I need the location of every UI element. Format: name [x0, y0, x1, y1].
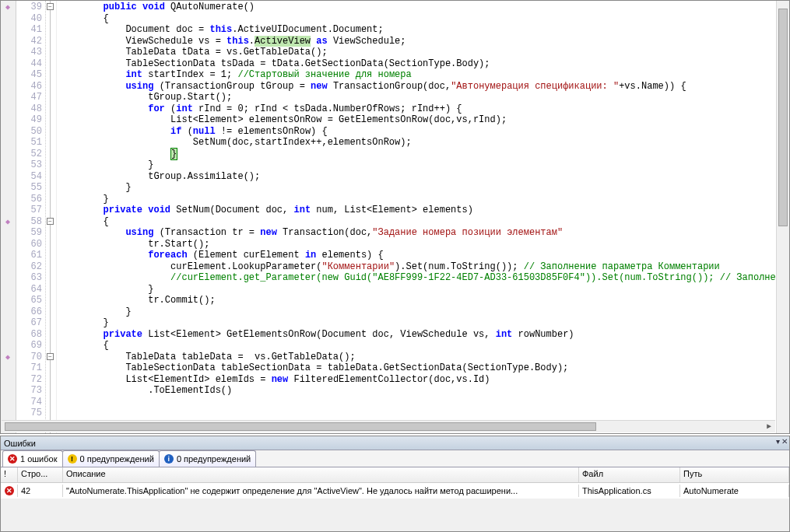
code-line[interactable]: for (int rInd = 0; rInd < tsDada.NumberO…: [58, 103, 776, 115]
error-file: ThisApplication.cs: [579, 485, 680, 497]
code-line[interactable]: private List<Element> GetElementsOnRow(D…: [58, 329, 776, 341]
errors-panel-titlebar[interactable]: Ошибки ▾ ✕: [1, 436, 789, 450]
code-line[interactable]: tr.Start();: [58, 239, 776, 250]
scrollbar-thumb[interactable]: [5, 422, 596, 431]
breakpoint-gutter[interactable]: ◆◆◆: [1, 1, 16, 433]
panel-dropdown-icon[interactable]: ▾: [776, 437, 780, 446]
code-line[interactable]: tGroup.Assimilate();: [58, 171, 776, 183]
code-text-area[interactable]: public void QAutoNumerate() { Document d…: [57, 1, 776, 433]
errors-panel: Ошибки ▾ ✕ ✕1 ошибок!0 предупрежденийi0 …: [0, 436, 790, 532]
col-path-header[interactable]: Путь: [680, 467, 789, 482]
code-line[interactable]: TableData tableData = vs.GetTableData();: [58, 352, 776, 363]
col-file-header[interactable]: Файл: [579, 467, 680, 482]
tab-label: 1 ошибок: [20, 454, 58, 464]
errors-tabs: ✕1 ошибок!0 предупрежденийi0 предупрежде…: [1, 450, 789, 467]
method-marker-icon[interactable]: ◆: [3, 217, 12, 226]
error-icon: ✕: [5, 486, 14, 495]
red-status-icon: ✕: [8, 454, 17, 464]
code-line[interactable]: List<Element> elementsOnRow = GetElement…: [58, 114, 776, 126]
code-line[interactable]: foreach (Element curElement in elements)…: [58, 250, 776, 261]
code-line[interactable]: SetNum(doc,startIndex++,elementsOnRow);: [58, 137, 776, 149]
errors-grid-header[interactable]: ! Стро... Описание Файл Путь: [1, 467, 789, 483]
code-line[interactable]: {: [58, 216, 776, 228]
error-row[interactable]: ✕42"AutoNumerate.ThisApplication" не сод…: [1, 483, 789, 499]
fold-gutter[interactable]: −−−: [46, 1, 57, 433]
code-line[interactable]: public void QAutoNumerate(): [58, 2, 776, 13]
code-line[interactable]: }: [58, 317, 776, 329]
code-line[interactable]: }: [58, 182, 776, 194]
code-line[interactable]: int startIndex = 1; //Стартовый значение…: [58, 69, 776, 81]
code-line[interactable]: {: [58, 13, 776, 25]
code-line[interactable]: }: [58, 306, 776, 318]
code-line[interactable]: private void SetNum(Document doc, int nu…: [58, 205, 776, 216]
scrollbar-thumb[interactable]: [778, 9, 788, 226]
scroll-right-arrow[interactable]: ►: [763, 421, 775, 432]
error-path: AutoNumerate: [680, 485, 789, 497]
code-line[interactable]: TableData tData = vs.GetTableData();: [58, 47, 776, 58]
errors-filter-tab[interactable]: !0 предупреждений: [62, 450, 160, 467]
tab-label: 0 предупреждений: [80, 454, 154, 464]
errors-filter-tab[interactable]: i0 предупреждений: [159, 450, 256, 467]
tab-label: 0 предупреждений: [177, 454, 251, 464]
fold-toggle-icon[interactable]: −: [47, 3, 54, 10]
fold-toggle-icon[interactable]: −: [47, 353, 54, 360]
vertical-scrollbar[interactable]: [776, 1, 789, 433]
errors-grid[interactable]: ! Стро... Описание Файл Путь ✕42"AutoNum…: [1, 467, 789, 499]
col-desc-header[interactable]: Описание: [63, 467, 579, 482]
code-line[interactable]: }: [58, 159, 776, 171]
code-line[interactable]: .ToElementIds(): [58, 385, 776, 397]
code-line[interactable]: }: [58, 149, 776, 160]
method-marker-icon[interactable]: ◆: [3, 352, 12, 362]
code-line[interactable]: using (Transaction tr = new Transaction(…: [58, 227, 776, 239]
line-number-gutter: 3940414243444546474849505152535455565758…: [16, 1, 46, 433]
code-line[interactable]: TableSectionData tsDada = tData.GetSecti…: [58, 58, 776, 70]
code-line[interactable]: using (TransactionGroup tGroup = new Tra…: [58, 81, 776, 93]
code-line[interactable]: Document doc = this.ActiveUIDocument.Doc…: [58, 24, 776, 36]
panel-close-icon[interactable]: ✕: [781, 437, 788, 446]
code-line[interactable]: List<ElementId> elemIds = new FilteredEl…: [58, 374, 776, 386]
fold-toggle-icon[interactable]: −: [47, 218, 54, 225]
code-line[interactable]: }: [58, 194, 776, 205]
code-line[interactable]: ViewSchedule vs = this.ActiveView as Vie…: [58, 36, 776, 47]
horizontal-scrollbar[interactable]: ◄ ►: [2, 420, 775, 432]
errors-panel-title: Ошибки: [4, 439, 36, 448]
col-icon-header[interactable]: !: [1, 467, 18, 482]
code-line[interactable]: if (null != elementsOnRow) {: [58, 126, 776, 138]
error-line: 42: [18, 485, 63, 497]
code-line[interactable]: TableSectionData tableSectionData = tabl…: [58, 362, 776, 374]
code-line[interactable]: {: [58, 340, 776, 352]
code-editor[interactable]: ◆◆◆ 394041424344454647484950515253545556…: [0, 0, 790, 434]
col-line-header[interactable]: Стро...: [18, 467, 63, 482]
code-line[interactable]: tGroup.Start();: [58, 92, 776, 103]
errors-filter-tab[interactable]: ✕1 ошибок: [2, 450, 63, 467]
error-description: "AutoNumerate.ThisApplication" не содерж…: [63, 485, 579, 497]
blue-status-icon: i: [164, 454, 174, 464]
code-line[interactable]: }: [58, 284, 776, 296]
yellow-status-icon: !: [68, 454, 77, 464]
method-marker-icon[interactable]: ◆: [3, 2, 12, 12]
code-line[interactable]: tr.Commit();: [58, 295, 776, 306]
code-line[interactable]: curElement.LookupParameter("Комментарии"…: [58, 261, 776, 273]
code-line[interactable]: //curElement.get_Parameter(new Guid("AE8…: [58, 272, 776, 284]
